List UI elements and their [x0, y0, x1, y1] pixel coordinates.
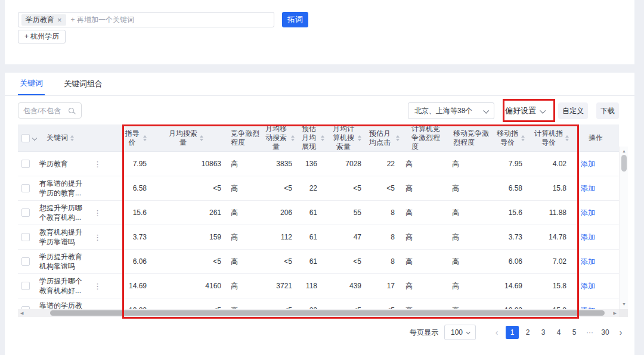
- tab-keyword-combo[interactable]: 关键词组合: [62, 73, 104, 95]
- customize-button[interactable]: 自定义: [558, 102, 588, 119]
- row-checkbox[interactable]: [21, 208, 30, 217]
- row-checkbox[interactable]: [21, 257, 30, 266]
- cell-est-impressions: 136: [299, 152, 332, 176]
- cell-mobile-competition: 高: [446, 225, 496, 250]
- cell-action: 添加: [572, 250, 619, 274]
- horizontal-scrollbar[interactable]: ◀ ▶: [18, 309, 619, 317]
- next-page-button[interactable]: ›: [614, 326, 627, 339]
- sort-icon[interactable]: [396, 135, 400, 141]
- col-header-mobile-competition: 移动竞争激烈程度: [446, 124, 496, 152]
- preference-settings-button[interactable]: 偏好设置: [501, 102, 548, 119]
- column-header-label: 月均计算机搜索量: [332, 124, 355, 151]
- sort-asc-icon: [321, 135, 324, 138]
- download-button[interactable]: 下载: [596, 102, 619, 119]
- row-select: [18, 160, 39, 168]
- row-menu-icon[interactable]: ⋮: [94, 208, 101, 217]
- sort-icon[interactable]: [70, 135, 74, 141]
- sort-icon[interactable]: [143, 135, 147, 141]
- cell-select: [18, 250, 39, 274]
- page-button-4[interactable]: 4: [552, 326, 565, 339]
- column-header-label: 竞争激烈程度: [231, 129, 264, 147]
- vertical-scrollbar[interactable]: ▲ ▼: [619, 147, 628, 309]
- scroll-left-icon[interactable]: ◀: [20, 309, 23, 317]
- column-header-label: 预估月均点击: [366, 129, 394, 147]
- page-size-select[interactable]: 100: [444, 325, 476, 340]
- add-keyword-link[interactable]: 添加: [581, 257, 595, 266]
- search-icon: [69, 108, 74, 113]
- cell-pc-competition: 高: [403, 152, 446, 176]
- table-header: 关键词指导价月均搜索量竞争激烈程度月均移动搜索量预估月均展现月均计算机搜索量预估…: [18, 124, 619, 152]
- row-checkbox[interactable]: [21, 233, 30, 241]
- cell-menu: [85, 298, 123, 310]
- cell-competition: 高: [224, 152, 264, 176]
- row-checkbox[interactable]: [21, 184, 30, 192]
- cell-monthly-searches: 4160: [150, 274, 224, 298]
- row-select: [18, 257, 39, 266]
- table-body: 学历教育⋮7.9510863高3835136702822高高7.954.02添加…: [18, 152, 619, 310]
- col-header-menu: [85, 124, 123, 152]
- cell-pc-competition: 高: [403, 225, 446, 250]
- page-button-30[interactable]: 30: [599, 326, 612, 339]
- sort-icon[interactable]: [291, 135, 295, 141]
- cell-mobile-searches: 3721: [264, 274, 299, 298]
- chevron-down-icon: [483, 107, 489, 113]
- contain-filter-box[interactable]: [18, 102, 82, 119]
- row-select: [18, 282, 39, 290]
- add-keyword-link[interactable]: 添加: [581, 233, 595, 241]
- row-menu-icon[interactable]: ⋮: [94, 282, 101, 291]
- select-all-checkbox[interactable]: [21, 134, 30, 142]
- cell-est-clicks: <5: [366, 176, 403, 201]
- header-cell: 关键词: [39, 133, 85, 142]
- contain-filter-input[interactable]: [23, 107, 69, 115]
- sort-icon[interactable]: [200, 135, 203, 141]
- cell-action: 添加: [572, 225, 619, 250]
- region-select[interactable]: 北京、上海等38个: [408, 102, 494, 119]
- col-header-competition: 竞争激烈程度: [224, 124, 264, 152]
- row-checkbox[interactable]: [21, 160, 30, 168]
- header-cell: 移动指导价: [496, 129, 532, 147]
- sort-icon[interactable]: [521, 135, 525, 141]
- keyword-tag-label: 学历教育: [26, 15, 54, 25]
- row-menu-icon[interactable]: ⋮: [94, 160, 101, 169]
- sort-icon[interactable]: [358, 135, 361, 141]
- page-button-1[interactable]: 1: [506, 326, 519, 339]
- filter-row: 北京、上海等38个 偏好设置 自定义 下载: [18, 102, 619, 119]
- header-cell: 月均计算机搜索量: [332, 124, 366, 151]
- page-button-5[interactable]: 5: [568, 326, 581, 339]
- cell-menu: ⋮: [85, 274, 123, 298]
- add-keyword-link[interactable]: 添加: [581, 208, 595, 217]
- cell-mobile-cpc: 14.69: [496, 274, 532, 298]
- header-cell: 计算机指导价: [532, 129, 572, 147]
- row-menu-icon[interactable]: ⋮: [94, 233, 101, 242]
- scroll-up-icon[interactable]: ▲: [620, 148, 628, 154]
- add-keyword-link[interactable]: 添加: [581, 282, 595, 290]
- keyword-search-card: 学历教育 × + 再增加一个关键词 拓词 + 杭州学历: [5, 0, 634, 64]
- page-button-2[interactable]: 2: [521, 326, 534, 339]
- scroll-right-icon[interactable]: ▶: [614, 309, 617, 317]
- sort-desc-icon: [521, 139, 525, 141]
- vertical-scrollbar-thumb[interactable]: [621, 155, 627, 172]
- tag-close-icon[interactable]: ×: [57, 15, 62, 24]
- horizontal-scrollbar-thumb[interactable]: [50, 310, 605, 316]
- cell-pc-searches: 439: [332, 274, 366, 298]
- page-button-3[interactable]: 3: [537, 326, 550, 339]
- add-keyword-link[interactable]: 添加: [581, 160, 595, 168]
- expand-words-button[interactable]: 拓词: [282, 12, 308, 27]
- cell-pc-competition: 高: [403, 298, 446, 310]
- scroll-down-icon[interactable]: ▼: [620, 301, 628, 307]
- add-keyword-link[interactable]: 添加: [581, 184, 595, 192]
- tab-keyword[interactable]: 关键词: [18, 73, 45, 95]
- table-row: 靠谱的学历教育培训机构10.82<5高<522<5<5高高10.8215.8添加: [18, 298, 619, 310]
- prev-page-button[interactable]: ‹: [490, 326, 503, 339]
- keyword-input[interactable]: 学历教育 × + 再增加一个关键词: [18, 12, 274, 27]
- row-checkbox[interactable]: [21, 282, 30, 290]
- sort-icon[interactable]: [321, 135, 324, 141]
- sort-icon[interactable]: [565, 135, 569, 141]
- cell-select: [18, 274, 39, 298]
- select-all-chevron-icon[interactable]: [32, 135, 37, 140]
- header-cell: 计算机竞争激烈程度: [403, 124, 446, 151]
- cell-monthly-searches: 261: [150, 201, 224, 225]
- keyword-tag[interactable]: 学历教育 ×: [21, 14, 66, 26]
- column-header-label: 移动竞争激烈程度: [453, 129, 489, 147]
- suggestion-chip[interactable]: + 杭州学历: [18, 30, 66, 43]
